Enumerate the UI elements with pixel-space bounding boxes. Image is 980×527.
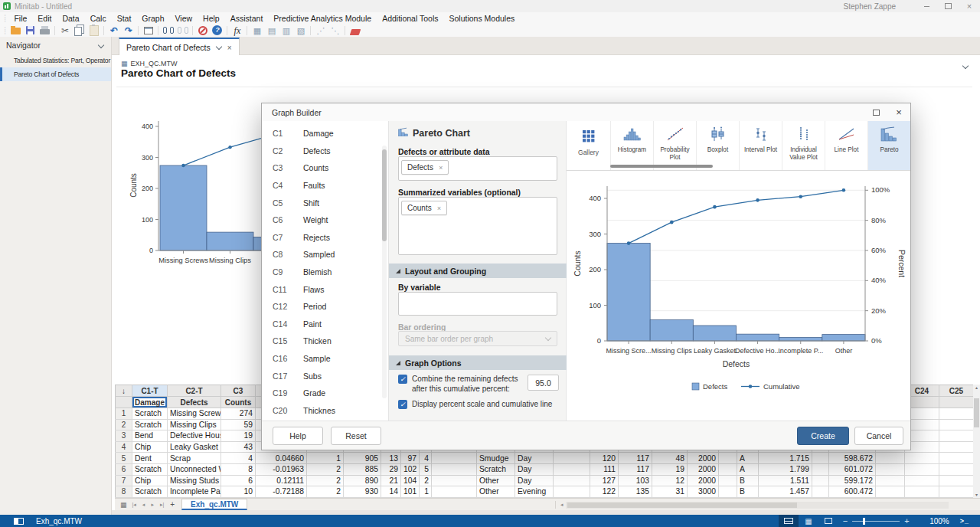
copy-icon[interactable] xyxy=(72,25,87,37)
cell-c3-r5[interactable]: 4 xyxy=(221,453,256,464)
gallery-tab-boxplot[interactable]: Boxplot xyxy=(696,121,739,170)
row-direction-header[interactable]: ↓ xyxy=(116,385,132,397)
cell-c4-r6[interactable]: -0.01963 xyxy=(256,463,307,475)
cell-c22-r6[interactable]: 601.072 xyxy=(829,463,876,475)
cell-c25-r5[interactable] xyxy=(939,453,974,464)
column-list-scrollbar-thumb[interactable] xyxy=(382,149,387,241)
dialog-column-c16[interactable]: C16Sample xyxy=(262,350,388,368)
cell-c20-r5[interactable]: 1.715 xyxy=(759,453,812,464)
cell-c6-r6[interactable]: 885 xyxy=(344,463,381,475)
dialog-titlebar[interactable]: Graph Builder xyxy=(262,103,910,121)
cell-c16-r6[interactable]: 19 xyxy=(652,463,688,475)
dialog-column-c7[interactable]: C7Rejects xyxy=(262,229,388,247)
document-tab[interactable]: Pareto Chart of Defects xyxy=(119,38,240,55)
cell-c11-t-r8[interactable]: Other xyxy=(477,486,515,498)
tab-close-icon[interactable] xyxy=(227,43,232,52)
collapse-output-icon[interactable] xyxy=(962,63,969,69)
dialog-column-c19[interactable]: C19Grade xyxy=(262,385,388,402)
delete-cells-icon[interactable]: ▤ xyxy=(264,25,279,37)
previous-worksheet-icon[interactable]: ◂ xyxy=(139,502,149,508)
dialog-column-c6[interactable]: C6Weight xyxy=(262,211,388,229)
cell-c8-r5[interactable]: 97 xyxy=(401,453,420,464)
cell-c17-r7[interactable]: 2000 xyxy=(688,475,719,486)
cell-c1-t-r3[interactable]: Bend xyxy=(132,430,168,442)
insert-function-icon[interactable]: fx xyxy=(230,25,244,37)
cell-c19-t-r6[interactable]: A xyxy=(737,463,759,475)
cell-c20-r6[interactable]: 1.799 xyxy=(759,463,812,475)
menu-assistant[interactable]: Assistant xyxy=(225,14,269,23)
insert-cells-icon[interactable]: ▦ xyxy=(250,25,264,37)
row-number-6[interactable]: 6 xyxy=(116,463,132,475)
cell-c4-r8[interactable]: -0.72188 xyxy=(256,486,307,498)
gallery-tab-histogram[interactable]: Histogram xyxy=(610,121,653,170)
worksheet-horizontal-scrollbar[interactable]: ◂ xyxy=(555,501,949,509)
graph-brush-icon[interactable]: ⋱ xyxy=(328,25,342,37)
cell-c24-r8[interactable] xyxy=(905,486,939,498)
dialog-column-c8[interactable]: C8Sampled xyxy=(262,246,388,264)
cell-c1-t-r7[interactable]: Chip xyxy=(132,475,168,486)
cell-c1-t-r8[interactable]: Scratch xyxy=(132,486,168,498)
row-number-3[interactable]: 3 xyxy=(116,430,132,442)
cell-c11-t-r7[interactable]: Other xyxy=(477,475,515,486)
restore-button[interactable] xyxy=(937,0,959,12)
cell-c8-r7[interactable]: 104 xyxy=(401,475,420,486)
cell-c12-t-r6[interactable]: Day xyxy=(515,463,554,475)
account-name[interactable]: Stephen Zappe xyxy=(844,2,896,11)
cell-c12-t-r7[interactable]: Day xyxy=(515,475,554,486)
row-number-7[interactable]: 7 xyxy=(116,475,132,486)
cell-c8-r6[interactable]: 102 xyxy=(401,463,420,475)
cell-c3-r7[interactable]: 6 xyxy=(221,475,256,486)
worksheet-tab[interactable]: Exh_qc.MTW xyxy=(181,499,247,510)
cell-c5-r6[interactable]: 2 xyxy=(307,463,344,475)
last-worksheet-icon[interactable]: ▸| xyxy=(157,502,167,508)
cell-c2-t-r6[interactable]: Unconnected Wir xyxy=(168,463,221,475)
cell-c3-r8[interactable]: 10 xyxy=(221,486,256,498)
col-name-c3[interactable]: Counts xyxy=(221,397,256,408)
cell-c6-r5[interactable]: 905 xyxy=(344,453,381,464)
next-worksheet-icon[interactable]: ▸ xyxy=(148,502,157,508)
cell-c9-r8[interactable]: 1 xyxy=(420,486,432,498)
cell-c12-t-r5[interactable]: Day xyxy=(515,453,554,464)
cell-c12-t-r8[interactable]: Evening xyxy=(515,486,554,498)
cell-c13-r5[interactable] xyxy=(554,453,590,464)
cell-c3-r3[interactable]: 19 xyxy=(221,430,256,442)
gallery-tab-probability-plot[interactable]: Probability Plot xyxy=(653,121,696,170)
new-window-icon[interactable] xyxy=(141,25,155,37)
table-view-button[interactable] xyxy=(779,515,799,527)
reset-button[interactable]: Reset xyxy=(331,427,381,445)
graph-edit-icon[interactable]: ⋰ xyxy=(313,25,328,37)
cell-c19-t-r5[interactable]: A xyxy=(737,453,759,464)
cell-c24-r6[interactable] xyxy=(905,463,939,475)
open-project-icon[interactable] xyxy=(8,25,23,37)
help-icon[interactable] xyxy=(210,25,224,37)
single-view-button[interactable] xyxy=(818,515,838,527)
cell-c18-r7[interactable] xyxy=(719,475,737,486)
cell-c16-r7[interactable]: 12 xyxy=(652,475,688,486)
row-number-5[interactable]: 5 xyxy=(116,453,132,464)
dialog-column-c5[interactable]: C5Shift xyxy=(262,194,388,211)
print-icon[interactable] xyxy=(38,25,52,37)
cell-c15-r5[interactable]: 117 xyxy=(619,453,652,464)
cell-c5-r5[interactable]: 1 xyxy=(307,453,344,464)
dialog-column-c14[interactable]: C14Paint xyxy=(262,316,388,333)
cell-c21-r7[interactable] xyxy=(812,475,829,486)
col-name-c2-t[interactable]: Defects xyxy=(168,397,221,408)
zoom-slider[interactable] xyxy=(852,521,900,522)
dialog-column-c9[interactable]: C9Blemish xyxy=(262,264,388,281)
cell-c7-r6[interactable]: 29 xyxy=(381,463,401,475)
cell-c20-r8[interactable]: 1.457 xyxy=(759,486,812,498)
cell-c1-t-r2[interactable]: Scratch xyxy=(132,419,168,430)
close-button[interactable] xyxy=(959,0,980,12)
cell-c23-r8[interactable] xyxy=(876,486,905,498)
summarized-field[interactable]: Counts xyxy=(398,197,557,255)
cumulative-percent-input[interactable] xyxy=(528,375,559,391)
cell-c25-r1[interactable] xyxy=(939,408,974,420)
menu-file[interactable]: File xyxy=(8,14,32,23)
cell-c25-r2[interactable] xyxy=(939,419,974,430)
worksheet-list-icon[interactable]: ▦ xyxy=(118,501,129,509)
cell-c1-t-r1[interactable]: Scratch xyxy=(132,408,168,420)
scrollbar-thumb[interactable] xyxy=(974,398,979,427)
dialog-column-c1[interactable]: C1Damage xyxy=(262,125,388,142)
cell-c19-t-r7[interactable]: B xyxy=(737,475,759,486)
gallery-home[interactable]: Gallery xyxy=(570,124,607,167)
